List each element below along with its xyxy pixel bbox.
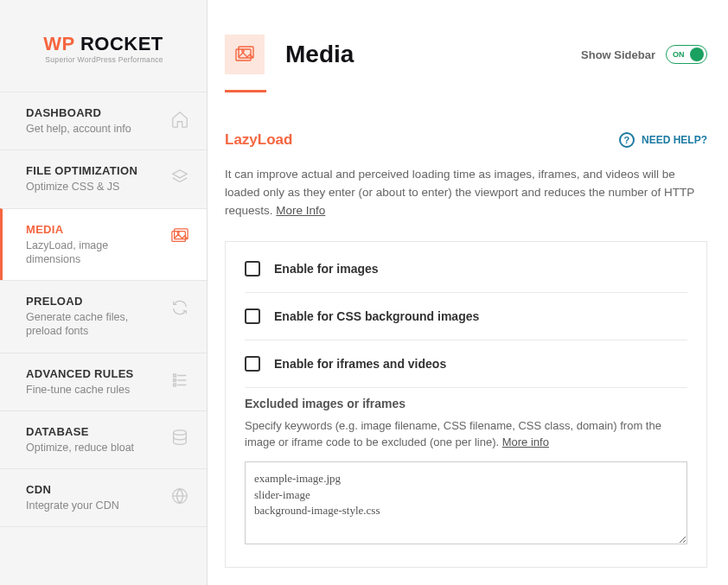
svg-marker-0 [173, 170, 188, 178]
show-sidebar-toggle[interactable]: ON [666, 45, 707, 64]
sidebar-item-dashboard[interactable]: DASHBOARD Get help, account info [0, 92, 207, 149]
checkbox-enable-css-bg[interactable] [245, 308, 260, 324]
toggle-state-text: ON [673, 50, 685, 59]
toggle-knob [690, 48, 704, 61]
show-sidebar-label: Show Sidebar [581, 48, 655, 61]
logo-tagline: Superior WordPress Performance [43, 55, 163, 64]
checkbox-label[interactable]: Enable for CSS background images [274, 309, 479, 323]
need-help-button[interactable]: ? NEED HELP? [619, 132, 707, 148]
excluded-title: Excluded images or iframes [245, 397, 687, 410]
checkbox-enable-images[interactable] [245, 261, 260, 277]
sidebar-item-label: FILE OPTIMIZATION [26, 164, 163, 177]
media-icon [170, 226, 189, 245]
sidebar-item-file-optimization[interactable]: FILE OPTIMIZATION Optimize CSS & JS [0, 149, 207, 207]
sidebar-item-label: MEDIA [26, 223, 163, 236]
excluded-description: Specify keywords (e.g. image filename, C… [245, 417, 687, 451]
sidebar-item-database[interactable]: DATABASE Optimize, reduce bloat [0, 410, 207, 468]
checkbox-label[interactable]: Enable for iframes and videos [274, 357, 446, 371]
excluded-textarea[interactable] [245, 461, 687, 544]
help-icon: ? [619, 132, 635, 148]
need-help-label: NEED HELP? [642, 134, 707, 146]
logo-wp: WP [43, 33, 74, 54]
header-underline [225, 90, 266, 92]
page-header: Media Show Sidebar ON [225, 35, 707, 74]
layers-icon [170, 168, 189, 187]
sidebar-item-label: CDN [26, 483, 163, 496]
excluded-more-info-link[interactable]: More info [502, 436, 549, 448]
sidebar-item-desc: LazyLoad, image dimensions [26, 238, 163, 267]
sidebar-item-label: DATABASE [26, 425, 163, 438]
svg-rect-8 [174, 378, 176, 381]
sidebar-item-label: ADVANCED RULES [26, 367, 163, 380]
checkbox-row-enable-images: Enable for images [245, 245, 687, 293]
sidebar-item-media[interactable]: MEDIA LazyLoad, image dimensions [0, 208, 207, 281]
checkbox-row-enable-iframes: Enable for iframes and videos [245, 340, 687, 388]
sidebar: WP ROCKET Superior WordPress Performance… [0, 0, 208, 585]
globe-icon [170, 486, 189, 506]
sidebar-item-desc: Integrate your CDN [26, 499, 163, 512]
database-icon [170, 429, 189, 448]
logo-rocket: ROCKET [74, 33, 163, 54]
sidebar-item-advanced-rules[interactable]: ADVANCED RULES Fine-tune cache rules [0, 353, 207, 410]
sidebar-item-desc: Optimize CSS & JS [26, 180, 163, 194]
sidebar-item-preload[interactable]: PRELOAD Generate cache files, preload fo… [0, 280, 207, 353]
checkbox-enable-iframes[interactable] [245, 356, 260, 372]
more-info-link[interactable]: More Info [276, 204, 325, 217]
svg-point-3 [177, 232, 179, 233]
options-panel: Enable for images Enable for CSS backgro… [225, 241, 707, 568]
sidebar-item-desc: Optimize, reduce bloat [26, 441, 163, 455]
svg-point-14 [242, 50, 244, 52]
main-content: Media Show Sidebar ON LazyLoad ? NEED HE… [208, 0, 728, 585]
sidebar-item-desc: Get help, account info [26, 122, 163, 136]
section-title: LazyLoad [225, 131, 292, 149]
list-icon [170, 371, 189, 390]
page-title: Media [285, 41, 354, 68]
section-header: LazyLoad ? NEED HELP? [225, 131, 707, 149]
sidebar-item-label: PRELOAD [26, 295, 163, 308]
home-icon [170, 110, 189, 129]
svg-point-10 [174, 430, 187, 436]
excluded-block: Excluded images or iframes Specify keywo… [245, 397, 687, 548]
sidebar-item-label: DASHBOARD [26, 106, 163, 119]
svg-rect-7 [174, 374, 176, 377]
refresh-icon [170, 298, 189, 317]
checkbox-label[interactable]: Enable for images [274, 262, 379, 276]
sidebar-item-desc: Fine-tune cache rules [26, 383, 163, 397]
media-page-icon [225, 35, 265, 74]
svg-rect-9 [174, 384, 176, 386]
sidebar-item-desc: Generate cache files, preload fonts [26, 310, 163, 339]
checkbox-row-enable-css-bg: Enable for CSS background images [245, 293, 687, 340]
sidebar-item-cdn[interactable]: CDN Integrate your CDN [0, 468, 207, 527]
logo: WP ROCKET Superior WordPress Performance [0, 0, 207, 92]
section-description: It can improve actual and perceived load… [225, 166, 707, 220]
